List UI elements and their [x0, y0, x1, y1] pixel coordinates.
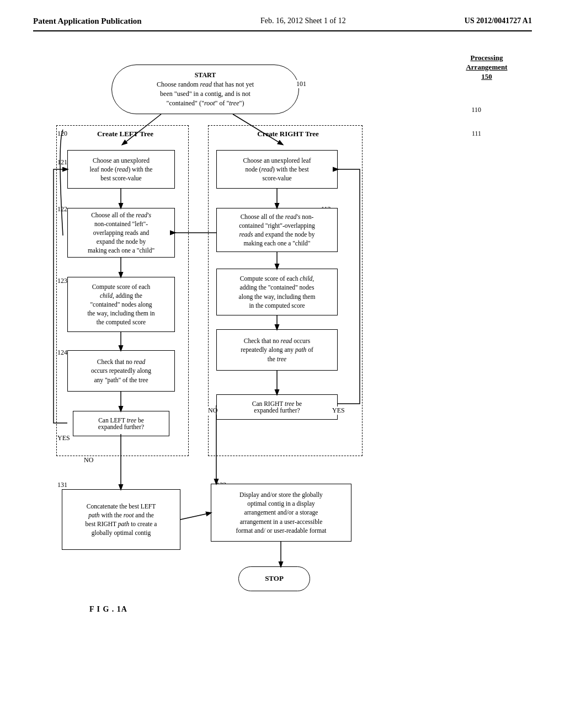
left-tree-label: Create LEFT Tree: [78, 130, 172, 138]
ref-121: 121: [57, 158, 67, 167]
ref-110: 110: [471, 106, 481, 114]
node-111: Choose an unexplored leafnode (read) wit…: [216, 150, 338, 189]
node-114: Check that no read occursrepeatedly alon…: [216, 329, 338, 371]
header-patent-number: US 2012/0041727 A1: [465, 17, 532, 25]
node-131: Concatenate the best LEFTpath with the r…: [62, 489, 180, 550]
figure-label: F I G . 1A: [89, 605, 127, 614]
node-124: Check that no readoccurs repeatedly alon…: [67, 350, 175, 392]
ref-123: 123: [57, 277, 67, 285]
node-122: Choose all of the read'snon-contained "l…: [67, 208, 175, 258]
page: Patent Application Publication Feb. 16, …: [0, 0, 565, 728]
right-tree-label: Create RIGHT Tree: [233, 130, 343, 138]
flowchart-diagram: ProcessingArrangement150 STARTChoose ran…: [45, 48, 520, 671]
yes-right: YES: [332, 406, 345, 415]
header-publication: Patent Application Publication: [33, 17, 142, 26]
node-112: Choose all of the read's non-contained "…: [216, 208, 338, 252]
ref-131: 131: [57, 481, 67, 489]
ref-122: 122: [57, 205, 67, 213]
stop-box: STOP: [238, 566, 310, 591]
processing-arrangement-label: ProcessingArrangement150: [454, 53, 520, 82]
start-box: STARTChoose random read that has not yet…: [111, 65, 299, 114]
node-113: Compute score of each child,adding the "…: [216, 269, 338, 315]
decision-115: Can RIGHT tree beexpanded further?: [216, 394, 338, 420]
header-date-sheet: Feb. 16, 2012 Sheet 1 of 12: [260, 17, 346, 25]
page-header: Patent Application Publication Feb. 16, …: [33, 17, 532, 31]
ref-101: 101: [296, 80, 306, 88]
decision-125: Can LEFT tree beexpanded further?: [73, 411, 169, 436]
ref-120: 120: [57, 130, 67, 138]
no-left: NO: [84, 456, 93, 464]
no-right: NO: [208, 406, 217, 415]
node-132: Display and/or store the globallyoptimal…: [211, 484, 351, 542]
node-123: Compute score of eachchild, adding the"c…: [67, 277, 175, 332]
svg-line-12: [180, 513, 211, 520]
ref-111: 111: [472, 130, 481, 138]
node-121: Choose an unexploredleaf node (read) wit…: [67, 150, 175, 189]
yes-left: YES: [57, 434, 70, 442]
ref-124: 124: [57, 349, 67, 357]
